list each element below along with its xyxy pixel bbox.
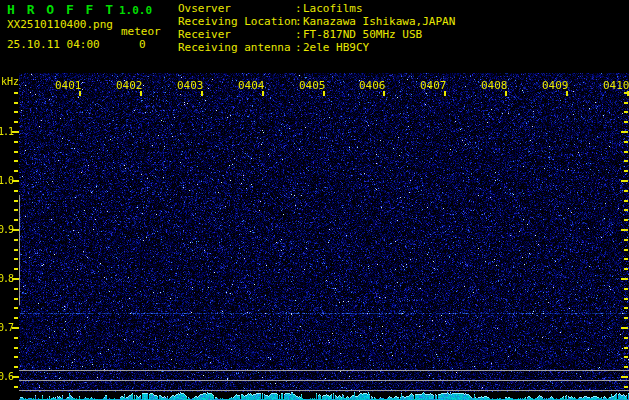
freq-minor-tick-right [624, 190, 628, 192]
meteor-count-label: meteor [121, 26, 161, 38]
freq-minor-tick-right [624, 258, 628, 260]
time-axis-tick [140, 91, 142, 96]
freq-minor-tick-left [14, 111, 18, 113]
freq-minor-tick-right [624, 111, 628, 113]
info-colon: : [295, 42, 303, 55]
freq-major-tick-left [12, 376, 19, 378]
freq-major-tick-right [621, 376, 628, 378]
app-title: H R O F F T [7, 2, 115, 17]
freq-minor-tick-right [624, 366, 628, 368]
freq-major-tick-right [621, 229, 628, 231]
freq-minor-tick-left [14, 268, 18, 270]
freq-minor-tick-left [14, 317, 18, 319]
time-axis-label: 0407 [420, 80, 446, 92]
freq-minor-tick-left [14, 288, 18, 290]
freq-minor-tick-right [624, 307, 628, 309]
freq-minor-tick-left [14, 239, 18, 241]
time-axis-label: 0408 [481, 80, 507, 92]
output-filename: XX2510110400.png [7, 19, 113, 31]
freq-minor-tick-left [14, 258, 18, 260]
time-axis-label: 0406 [359, 80, 385, 92]
freq-minor-tick-right [624, 219, 628, 221]
freq-minor-tick-right [624, 102, 628, 104]
time-axis-tick [79, 91, 81, 96]
time-axis-tick [262, 91, 264, 96]
freq-minor-tick-left [14, 366, 18, 368]
freq-minor-tick-left [14, 209, 18, 211]
freq-minor-tick-left [14, 219, 18, 221]
freq-minor-tick-left [14, 102, 18, 104]
freq-minor-tick-right [624, 209, 628, 211]
info-label: Receiving antenna [178, 42, 295, 55]
observation-datetime: 25.10.11 04:00 [7, 39, 100, 51]
meteor-count-value: 0 [139, 39, 146, 51]
station-info-row: Receiving antenna:2ele HB9CY [178, 42, 455, 55]
freq-minor-tick-left [14, 200, 18, 202]
time-axis-label: 0404 [238, 80, 264, 92]
freq-minor-tick-left [14, 386, 18, 388]
freq-minor-tick-left [14, 347, 18, 349]
freq-minor-tick-right [624, 386, 628, 388]
freq-major-tick-right [621, 131, 628, 133]
time-axis-tick [505, 91, 507, 96]
freq-major-tick-left [12, 131, 19, 133]
freq-minor-tick-left [14, 121, 18, 123]
freq-major-tick-right [621, 180, 628, 182]
time-axis-label: 0410 [603, 80, 629, 92]
freq-minor-tick-right [624, 249, 628, 251]
time-axis-label: 0403 [177, 80, 203, 92]
freq-major-tick-right [621, 278, 628, 280]
hrofft-screen: H R O F F T 1.0.0 XX2510110400.png meteo… [0, 0, 629, 400]
freq-major-tick-left [12, 327, 19, 329]
station-info: Ovserver:LacofilmsReceiving Location:Kan… [178, 3, 455, 55]
time-axis-label: 0409 [542, 80, 568, 92]
freq-minor-tick-right [624, 200, 628, 202]
freq-major-tick-left [12, 180, 19, 182]
frequency-unit-label: kHz [1, 76, 19, 88]
freq-minor-tick-left [14, 298, 18, 300]
freq-minor-tick-left [14, 170, 18, 172]
freq-minor-tick-right [624, 141, 628, 143]
time-axis-tick [383, 91, 385, 96]
freq-minor-tick-right [624, 298, 628, 300]
app-version: 1.0.0 [119, 4, 152, 17]
time-axis-tick [323, 91, 325, 96]
freq-minor-tick-left [14, 151, 18, 153]
time-axis-label: 0402 [116, 80, 142, 92]
freq-minor-tick-right [624, 121, 628, 123]
freq-minor-tick-left [14, 141, 18, 143]
freq-minor-tick-right [624, 151, 628, 153]
freq-minor-tick-right [624, 356, 628, 358]
freq-minor-tick-right [624, 170, 628, 172]
time-axis-tick [566, 91, 568, 96]
freq-major-tick-left [12, 278, 19, 280]
freq-major-tick-right [621, 327, 628, 329]
freq-minor-tick-right [624, 160, 628, 162]
freq-minor-tick-left [14, 307, 18, 309]
spectrogram-canvas [19, 73, 629, 400]
freq-minor-tick-left [14, 337, 18, 339]
freq-minor-tick-left [14, 92, 18, 94]
time-axis-label: 0401 [55, 80, 81, 92]
freq-minor-tick-left [14, 356, 18, 358]
freq-minor-tick-right [624, 268, 628, 270]
freq-minor-tick-right [624, 337, 628, 339]
info-value: 2ele HB9CY [303, 42, 369, 55]
freq-minor-tick-right [624, 317, 628, 319]
freq-minor-tick-left [14, 160, 18, 162]
freq-minor-tick-right [624, 347, 628, 349]
freq-minor-tick-right [624, 239, 628, 241]
freq-minor-tick-left [14, 249, 18, 251]
freq-major-tick-left [12, 229, 19, 231]
freq-minor-tick-left [14, 190, 18, 192]
freq-minor-tick-right [624, 288, 628, 290]
time-axis-tick [201, 91, 203, 96]
time-axis-label: 0405 [299, 80, 325, 92]
time-axis-tick [444, 91, 446, 96]
